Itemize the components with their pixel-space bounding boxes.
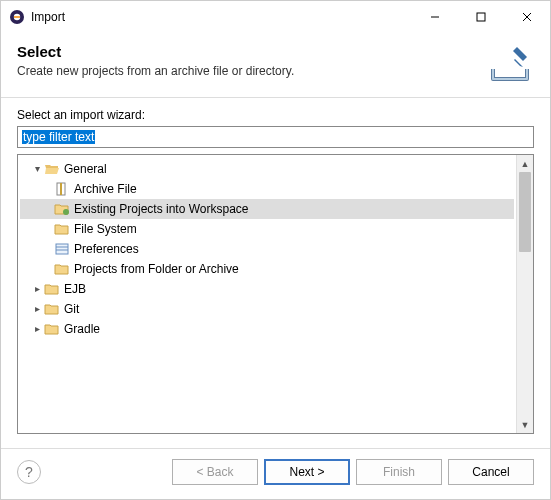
folder-open-icon: [44, 161, 60, 177]
next-button[interactable]: Next >: [264, 459, 350, 485]
chevron-right-icon[interactable]: ▸: [30, 299, 44, 319]
svg-rect-4: [477, 13, 485, 21]
scroll-thumb[interactable]: [519, 172, 531, 252]
button-label: Next >: [289, 465, 324, 479]
archive-icon: [54, 181, 70, 197]
maximize-button[interactable]: [458, 1, 504, 33]
tree-label: EJB: [64, 279, 86, 299]
chevron-right-icon[interactable]: ▸: [30, 279, 44, 299]
window-controls: [412, 1, 550, 33]
tree-node-archive-file[interactable]: Archive File: [20, 179, 514, 199]
wizard-footer: ? < Back Next > Finish Cancel: [1, 448, 550, 499]
projects-icon: [54, 201, 70, 217]
finish-button[interactable]: Finish: [356, 459, 442, 485]
back-button[interactable]: < Back: [172, 459, 258, 485]
tree-label: Preferences: [74, 239, 139, 259]
preferences-icon: [54, 241, 70, 257]
help-button[interactable]: ?: [17, 460, 41, 484]
tree-label: Existing Projects into Workspace: [74, 199, 249, 219]
button-label: Finish: [383, 465, 415, 479]
folder-icon: [44, 281, 60, 297]
folder-icon: [44, 301, 60, 317]
scroll-track[interactable]: [517, 172, 533, 416]
tree-node-existing-projects[interactable]: Existing Projects into Workspace: [20, 199, 514, 219]
minimize-button[interactable]: [412, 1, 458, 33]
tree-scrollbar[interactable]: ▲ ▼: [516, 155, 533, 433]
chevron-down-icon[interactable]: ▾: [30, 159, 44, 179]
wizard-body: Select an import wizard: type filter tex…: [1, 98, 550, 448]
app-icon: [9, 9, 25, 25]
button-label: < Back: [196, 465, 233, 479]
filter-text: type filter text: [22, 130, 95, 144]
tree-label: General: [64, 159, 107, 179]
wizard-header: Select Create new projects from an archi…: [1, 33, 550, 98]
tree-node-ejb[interactable]: ▸ EJB: [20, 279, 514, 299]
button-label: Cancel: [472, 465, 509, 479]
wizard-select-label: Select an import wizard:: [17, 108, 534, 122]
tree-node-gradle[interactable]: ▸ Gradle: [20, 319, 514, 339]
folder-icon: [54, 221, 70, 237]
tree-node-projects-folder-archive[interactable]: Projects from Folder or Archive: [20, 259, 514, 279]
close-button[interactable]: [504, 1, 550, 33]
import-icon: [486, 43, 534, 83]
svg-rect-8: [60, 183, 62, 195]
tree-node-git[interactable]: ▸ Git: [20, 299, 514, 319]
tree-node-general[interactable]: ▾ General: [20, 159, 514, 179]
page-subtitle: Create new projects from an archive file…: [17, 64, 486, 78]
tree-label: Gradle: [64, 319, 100, 339]
svg-point-9: [63, 209, 69, 215]
tree-label: Git: [64, 299, 79, 319]
help-icon: ?: [25, 464, 33, 480]
folder-icon: [44, 321, 60, 337]
folder-icon: [54, 261, 70, 277]
tree-label: Projects from Folder or Archive: [74, 259, 239, 279]
title-bar: Import: [1, 1, 550, 33]
window-title: Import: [31, 10, 412, 24]
page-title: Select: [17, 43, 486, 60]
wizard-tree-container: ▾ General Archive File Existing Projects…: [17, 154, 534, 434]
cancel-button[interactable]: Cancel: [448, 459, 534, 485]
svg-rect-10: [56, 244, 68, 254]
scroll-down-icon[interactable]: ▼: [517, 416, 533, 433]
tree-node-file-system[interactable]: File System: [20, 219, 514, 239]
tree-label: File System: [74, 219, 137, 239]
wizard-tree[interactable]: ▾ General Archive File Existing Projects…: [18, 155, 516, 433]
svg-rect-2: [14, 16, 20, 18]
scroll-up-icon[interactable]: ▲: [517, 155, 533, 172]
tree-node-preferences[interactable]: Preferences: [20, 239, 514, 259]
tree-label: Archive File: [74, 179, 137, 199]
filter-input[interactable]: type filter text: [17, 126, 534, 148]
chevron-right-icon[interactable]: ▸: [30, 319, 44, 339]
